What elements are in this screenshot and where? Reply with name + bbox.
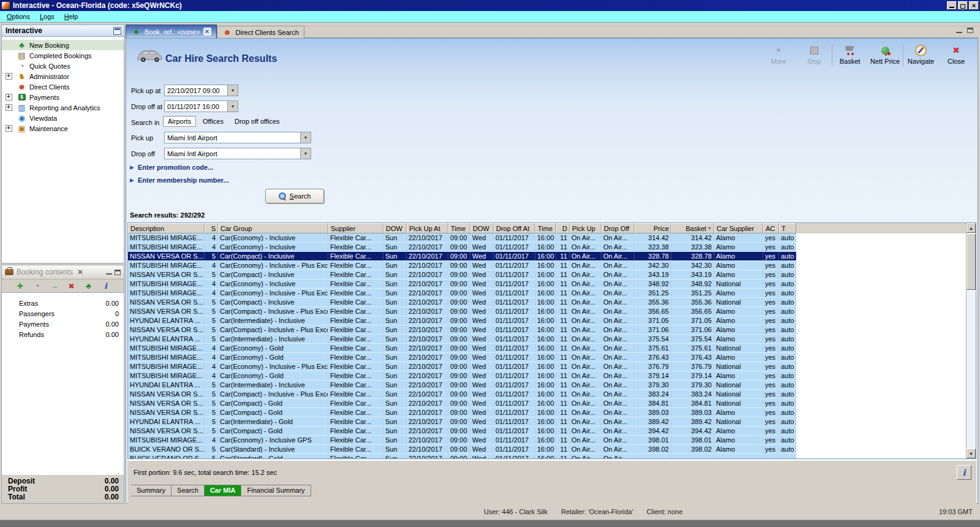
col-dropoff-at[interactable]: Drop Off At — [494, 223, 535, 233]
table-row[interactable]: MITSUBISHI MIRAGE... 4 Car(Economy) - Go… — [128, 344, 796, 353]
menu-options[interactable]: Options — [2, 12, 34, 21]
table-row[interactable]: NISSAN VERSA OR S... 5 Car(Compact) - In… — [128, 307, 796, 316]
scroll-up-icon[interactable]: ▲ — [967, 223, 976, 233]
search-button[interactable]: Search — [265, 189, 324, 203]
col-ac[interactable]: AC — [763, 223, 779, 233]
col-t[interactable]: T — [779, 223, 796, 233]
bottom-tab-summary[interactable]: Summary — [131, 485, 172, 496]
scroll-down-icon[interactable]: ▼ — [967, 449, 976, 458]
sidebar-item-payments[interactable]: Payments — [2, 92, 124, 102]
col-dropoff-loc[interactable]: Drop Off — [601, 223, 635, 233]
pickup-at-field[interactable]: 22/10/2017 09:00 — [164, 85, 238, 96]
sidebar-item-quick-quotes[interactable]: Quick Quotes — [2, 61, 124, 71]
table-row[interactable]: NISSAN VERSA OR S... 5 Car(Compact) - Go… — [128, 408, 796, 417]
sidebar-item-administrator[interactable]: Administrator — [2, 71, 124, 82]
col-supplier[interactable]: Supplier — [328, 223, 383, 233]
table-row[interactable]: MITSUBISHI MIRAGE... 4 Car(Economy) - In… — [128, 279, 796, 289]
sidebar-item-new-booking[interactable]: New Booking — [2, 40, 124, 50]
membership-number-expander[interactable]: Enter membership number... — [130, 176, 228, 184]
table-row[interactable]: NISSAN VERSA OR S... 5 Car(Compact) - Go… — [128, 427, 796, 436]
pickup-at-value[interactable]: 22/10/2017 09:00 — [165, 87, 227, 94]
dropoff-at-dropdown-icon[interactable] — [227, 101, 238, 112]
move-to-basket-icon[interactable] — [49, 281, 59, 290]
menu-help[interactable]: Help — [60, 12, 83, 21]
table-row[interactable]: MITSUBISHI MIRAGE... 4 Car(Economy) - In… — [128, 289, 796, 298]
more-button[interactable]: More — [761, 44, 796, 66]
menu-logs[interactable]: Logs — [36, 12, 59, 21]
navigate-button[interactable]: Navigate — [903, 44, 938, 66]
col-car-group[interactable]: Car Group — [218, 223, 328, 233]
world-clock-icon[interactable] — [32, 281, 42, 290]
col-car-supplier[interactable]: Car Supplier — [714, 223, 763, 233]
panel-minimize-icon[interactable] — [956, 28, 962, 33]
dropoff-combo[interactable]: Miami Intl Airport — [164, 148, 311, 159]
delete-icon[interactable] — [66, 281, 77, 290]
col-pickup-at[interactable]: Pick Up At — [407, 223, 448, 233]
table-row[interactable]: MITSUBISHI MIRAGE... 4 Car(Economy) - In… — [128, 233, 796, 243]
table-row[interactable]: NISSAN VERSA OR S... 5 Car(Compact) - In… — [128, 270, 796, 279]
table-row[interactable]: HYUNDAI ELANTRA ... 5 Car(Intermediate) … — [128, 417, 796, 427]
close-window-button[interactable]: × — [969, 1, 979, 10]
bottom-tab-car-mia[interactable]: Car MIA — [205, 485, 242, 496]
tab-booking-ref[interactable]: Book. ref.: <none> ✕ — [126, 25, 217, 38]
col-price[interactable]: Price — [635, 223, 671, 233]
basket-button[interactable]: Basket — [832, 44, 867, 66]
dropoff-at-value[interactable]: 01/11/2017 16:00 — [165, 103, 227, 110]
table-row[interactable]: MITSUBISHI MIRAGE... 4 Car(Economy) - In… — [128, 436, 796, 445]
dropoff-at-field[interactable]: 01/11/2017 16:00 — [164, 100, 238, 112]
expand-plus-icon[interactable] — [6, 104, 12, 111]
panel-maximize-icon[interactable] — [967, 28, 973, 33]
add-icon[interactable] — [15, 281, 25, 290]
col-time-pickup[interactable]: Time — [448, 223, 470, 233]
pickup-at-dropdown-icon[interactable] — [227, 85, 238, 96]
search-in-offices[interactable]: Offices — [198, 116, 228, 126]
table-row[interactable]: NISSAN VERSA OR S... 5 Car(Compact) - Go… — [128, 399, 796, 408]
table-row[interactable]: NISSAN VERSA OR S... 5 Car(Compact) - In… — [128, 252, 796, 261]
table-row[interactable]: MITSUBISHI MIRAGE... 4 Car(Economy) - In… — [128, 362, 796, 371]
table-row[interactable]: MITSUBISHI MIRAGE... 4 Car(Economy) - Go… — [128, 353, 796, 362]
info-icon[interactable] — [100, 281, 111, 290]
col-time-dropoff[interactable]: Time — [535, 223, 556, 233]
restore-button[interactable] — [958, 1, 968, 10]
sidebar-item-reporting[interactable]: Reporting and Analytics — [2, 102, 124, 113]
table-row[interactable]: HYUNDAI ELANTRA ... 5 Car(Intermediate) … — [128, 381, 796, 390]
pickup-dropdown-icon[interactable] — [300, 132, 311, 143]
search-in-airports[interactable]: Airports — [163, 116, 196, 127]
booking-contents-minimize-icon[interactable] — [106, 270, 112, 275]
vertical-scrollbar[interactable]: ▲ ▼ — [966, 223, 976, 458]
table-row[interactable]: HYUNDAI ELANTRA ... 5 Car(Intermediate) … — [128, 316, 796, 325]
tab-close-icon[interactable]: ✕ — [203, 28, 211, 36]
info-button[interactable]: i — [957, 465, 971, 480]
booking-contents-close-icon[interactable]: ✕ — [77, 268, 83, 276]
search-in-dropoff-offices[interactable]: Drop off offices — [230, 116, 284, 126]
table-row[interactable]: MITSUBISHI MIRAGE... 4 Car(Economy) - In… — [128, 261, 796, 270]
bottom-tab-financial-summary[interactable]: Financial Summary — [241, 485, 311, 496]
holiday-icon[interactable] — [83, 281, 94, 290]
close-button[interactable]: Close — [938, 44, 974, 66]
col-description[interactable]: Description — [128, 223, 205, 233]
stop-button[interactable]: Stop — [796, 44, 832, 66]
collapse-panel-icon[interactable] — [113, 27, 121, 35]
table-row[interactable]: NISSAN VERSA OR S... 5 Car(Compact) - In… — [128, 325, 796, 335]
nett-price-button[interactable]: Nett Price — [867, 44, 903, 66]
promotion-code-expander[interactable]: Enter promotion code... — [130, 164, 213, 171]
table-row[interactable]: HYUNDAI ELANTRA ... 5 Car(Intermediate) … — [128, 335, 796, 344]
dropoff-dropdown-icon[interactable] — [300, 148, 311, 159]
expand-plus-icon[interactable] — [6, 125, 12, 132]
col-dow-dropoff[interactable]: DOW — [470, 223, 494, 233]
pickup-value[interactable]: Miami Intl Airport — [165, 134, 300, 142]
col-basket[interactable]: Basket▼ — [671, 223, 714, 233]
dropoff-value[interactable]: Miami Intl Airport — [165, 150, 300, 157]
col-pickup-loc[interactable]: Pick Up — [570, 223, 601, 233]
booking-contents-maximize-icon[interactable] — [115, 270, 121, 275]
bottom-tab-search[interactable]: Search — [172, 485, 205, 496]
minimize-button[interactable] — [947, 1, 957, 10]
sidebar-item-direct-clients[interactable]: Direct Clients — [2, 82, 124, 92]
pickup-combo[interactable]: Miami Intl Airport — [164, 132, 311, 143]
table-row[interactable]: NISSAN VERSA OR S... 5 Car(Compact) - In… — [128, 298, 796, 307]
tab-direct-clients-search[interactable]: Direct Clients Search ✕ — [217, 26, 304, 38]
table-row[interactable]: MITSUBISHI MIRAGE... 4 Car(Economy) - In… — [128, 243, 796, 252]
sidebar-item-maintenance[interactable]: Maintenance — [2, 123, 124, 134]
sidebar-item-completed-bookings[interactable]: Completed Bookings — [2, 50, 124, 61]
sidebar-item-viewdata[interactable]: Viewdata — [2, 113, 124, 123]
